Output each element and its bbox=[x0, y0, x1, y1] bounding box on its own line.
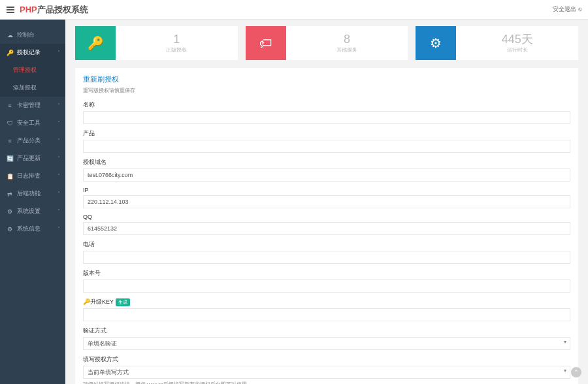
refresh-icon: 🔄 bbox=[7, 155, 13, 162]
method-label: 填写授权方式 bbox=[83, 355, 570, 364]
topbar: PHP产品授权系统 安全退出 ⎋ bbox=[0, 0, 588, 20]
hint-1: 顶级过填写授权请填，授权www.cc后缀填写新有的授权后台即可以使用 bbox=[83, 381, 570, 384]
stat-label: 正版授权 bbox=[166, 46, 187, 54]
nav-auth[interactable]: 🔑授权记录˅ bbox=[0, 44, 65, 61]
brand: PHP产品授权系统 bbox=[20, 4, 88, 16]
key-input[interactable] bbox=[83, 308, 570, 321]
nav-info[interactable]: ⚙系统信息˅ bbox=[0, 220, 65, 238]
panel-subtitle: 重写版授权请慎重保存 bbox=[83, 87, 570, 94]
sidebar: ☁控制台 🔑授权记录˅ 管理授权 添加授权 ≡卡密管理˅ 🛡安全工具˅ ≡产品分… bbox=[0, 20, 65, 384]
stat-label: 运行时长 bbox=[507, 46, 528, 54]
key-icon: 🔑 bbox=[75, 26, 116, 60]
chevron-icon: ˅ bbox=[57, 208, 60, 214]
chevron-down-icon: ˅ bbox=[57, 50, 60, 56]
nav-auth-add[interactable]: 添加授权 bbox=[0, 79, 65, 97]
key-icon: 🔑 bbox=[7, 50, 13, 56]
stat-num: 8 bbox=[344, 33, 350, 45]
version-label: 版本号 bbox=[83, 269, 570, 278]
logout-link[interactable]: 安全退出 ⎋ bbox=[553, 5, 581, 14]
nav-dashboard[interactable]: ☁控制台 bbox=[0, 26, 65, 44]
key-icon: 🔑 bbox=[83, 298, 90, 305]
shield-icon: 🛡 bbox=[7, 120, 13, 127]
domain-input[interactable] bbox=[83, 168, 570, 182]
nav-security[interactable]: 🛡安全工具˅ bbox=[0, 114, 65, 132]
phone-input[interactable] bbox=[83, 251, 570, 264]
stat-num: 1 bbox=[173, 33, 180, 45]
chevron-icon: ˅ bbox=[57, 173, 60, 179]
brand-red: PHP bbox=[20, 5, 37, 14]
stat-uptime: ⚙ 445天运行时长 bbox=[416, 26, 578, 60]
nav-backend[interactable]: ⇄后端功能˅ bbox=[0, 185, 65, 202]
brand-gray: 产品授权系统 bbox=[37, 5, 88, 14]
list-icon: ≡ bbox=[7, 138, 13, 144]
logout-icon: ⎋ bbox=[578, 6, 581, 12]
content: 🔑 1正版授权 🏷 8其他服务 ⚙ 445天运行时长 重新刷授权 重写版授权请慎… bbox=[65, 20, 588, 384]
stat-num: 445天 bbox=[502, 33, 533, 45]
gear-icon: ⚙ bbox=[7, 208, 13, 215]
method-select[interactable]: 当前单填写方式 bbox=[83, 366, 570, 379]
clipboard-icon: 📋 bbox=[7, 173, 13, 180]
tag-icon: 🏷 bbox=[246, 26, 286, 60]
name-label: 名称 bbox=[83, 101, 570, 109]
chevron-icon: ˅ bbox=[57, 155, 60, 161]
nav-category[interactable]: ≡产品分类˅ bbox=[0, 132, 65, 150]
panel-title: 重新刷授权 bbox=[83, 74, 570, 84]
form-panel: 重新刷授权 重写版授权请慎重保存 名称 产品 授权域名 IP QQ bbox=[75, 68, 578, 384]
verify-label: 验证方式 bbox=[83, 327, 570, 335]
stats-row: 🔑 1正版授权 🏷 8其他服务 ⚙ 445天运行时长 bbox=[75, 26, 578, 60]
list-icon: ≡ bbox=[7, 103, 13, 109]
chevron-icon: ˅ bbox=[57, 226, 60, 232]
gen-badge[interactable]: 生成 bbox=[116, 298, 130, 306]
stat-label: 其他服务 bbox=[336, 46, 357, 54]
product-input[interactable] bbox=[83, 140, 570, 153]
nav-card[interactable]: ≡卡密管理˅ bbox=[0, 97, 65, 114]
qq-input[interactable] bbox=[83, 222, 570, 235]
chevron-icon: ˅ bbox=[57, 191, 60, 197]
name-input[interactable] bbox=[83, 111, 570, 124]
nav-update[interactable]: 🔄产品更新˅ bbox=[0, 150, 65, 167]
swap-icon: ⇄ bbox=[7, 191, 13, 197]
product-label: 产品 bbox=[83, 129, 570, 138]
scroll-top-button[interactable]: ⌃ bbox=[571, 367, 581, 377]
menu-toggle-icon[interactable] bbox=[7, 7, 14, 13]
nav-auth-manage[interactable]: 管理授权 bbox=[0, 61, 65, 79]
verify-select[interactable]: 单填名验证 bbox=[83, 337, 570, 350]
domain-label: 授权域名 bbox=[83, 158, 570, 167]
version-input[interactable] bbox=[83, 280, 570, 293]
topbar-left: PHP产品授权系统 bbox=[7, 4, 88, 16]
nav-settings[interactable]: ⚙系统设置˅ bbox=[0, 202, 65, 220]
chevron-icon: ˅ bbox=[57, 138, 60, 144]
key-label: 🔑升级KEY生成 bbox=[83, 298, 570, 306]
nav-log[interactable]: 📋日志排查˅ bbox=[0, 167, 65, 185]
chevron-icon: ˅ bbox=[57, 120, 60, 126]
qq-label: QQ bbox=[83, 214, 570, 220]
ip-label: IP bbox=[83, 187, 570, 193]
chevron-icon: ˅ bbox=[57, 103, 60, 108]
stat-auth: 🔑 1正版授权 bbox=[75, 26, 238, 60]
cloud-icon: ☁ bbox=[7, 32, 13, 39]
gears-icon: ⚙ bbox=[416, 26, 456, 60]
ip-input[interactable] bbox=[83, 195, 570, 208]
stat-other: 🏷 8其他服务 bbox=[246, 26, 408, 60]
phone-label: 电话 bbox=[83, 240, 570, 249]
gear-icon: ⚙ bbox=[7, 226, 13, 232]
